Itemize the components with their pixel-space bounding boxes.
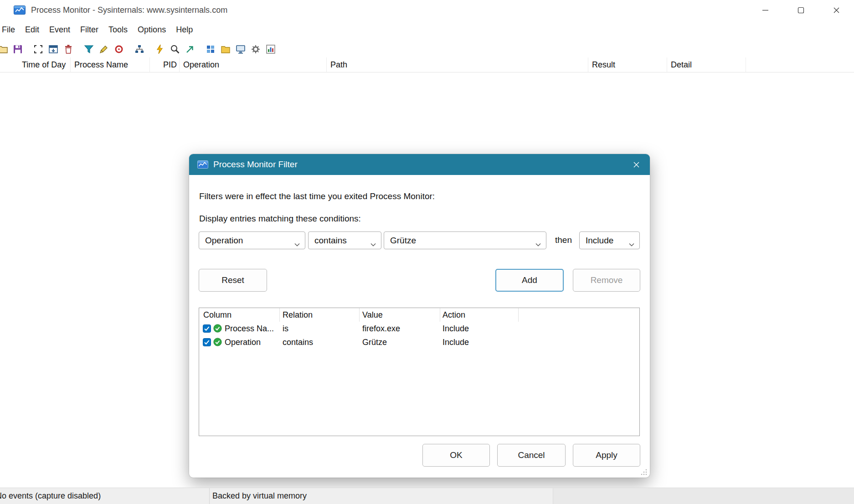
chevron-down-icon[interactable] [535,239,541,249]
find-icon[interactable] [170,44,180,55]
include-process-icon[interactable] [113,44,124,55]
rule-checkbox-checked[interactable] [203,338,211,346]
then-label: then [555,235,572,245]
open-file-icon[interactable] [0,44,8,55]
dialog-intro-text: Filters were in effect the last time you… [199,191,435,201]
capture-icon[interactable] [33,44,44,55]
reset-button[interactable]: Reset [199,269,267,292]
rule-action-cell: Include [442,335,515,349]
highlight-icon[interactable] [98,44,109,55]
menu-options[interactable]: Options [133,22,171,37]
filter-col-header-relation[interactable]: Relation [283,308,313,322]
dialog-title: Process Monitor Filter [213,159,298,170]
menu-bar: File Edit Event Filter Tools Options Hel… [0,20,854,39]
column-header-result[interactable]: Result [588,57,667,72]
status-events-text: No events (capture disabled) [0,491,101,501]
column-header-time-of-day[interactable]: Time of Day [0,57,71,72]
procmon-dialog-icon [197,160,208,169]
close-button[interactable] [818,0,854,20]
include-rule-icon [213,338,222,346]
rule-action-cell: Include [442,322,515,335]
window-controls [747,0,854,20]
menu-event[interactable]: Event [44,22,75,37]
filter-rule-row[interactable]: Process Na... is firefox.exe Include [199,322,639,335]
menu-edit[interactable]: Edit [20,22,44,37]
rule-column-cell: Operation [225,335,278,349]
rule-value-cell: Grütze [362,335,437,349]
filter-rules-table: Column Relation Value Action Process Na.… [199,308,640,436]
column-header-operation[interactable]: Operation [180,57,327,72]
filter-col-header-action[interactable]: Action [442,308,465,322]
dialog-title-bar: Process Monitor Filter [189,154,650,175]
menu-filter[interactable]: Filter [75,22,103,37]
process-monitor-filter-dialog: Process Monitor Filter Filters were in e… [189,154,650,478]
status-events-section: No events (capture disabled) [0,488,209,504]
registry-activity-icon[interactable] [205,44,216,55]
status-memory-text: Backed by virtual memory [212,491,307,501]
remove-button[interactable]: Remove [573,269,640,292]
filter-value-input[interactable] [384,232,521,249]
filter-relation-select[interactable]: contains [308,231,381,249]
profiling-events-icon[interactable] [265,44,276,55]
filter-column-select[interactable]: Operation [199,231,305,249]
process-monitor-window: { "colors": { "dialog_titlebar": "#217c9… [0,0,854,504]
filter-icon[interactable] [83,44,94,55]
include-rule-icon [213,324,222,333]
clear-icon[interactable] [63,44,74,55]
menu-help[interactable]: Help [171,22,198,37]
filter-action-value: Include [586,236,613,246]
column-header-process-name[interactable]: Process Name [71,57,150,72]
menu-file[interactable]: File [0,22,20,37]
file-system-activity-icon[interactable] [220,44,231,55]
maximize-button[interactable] [783,0,818,20]
filter-relation-value: contains [314,236,347,246]
column-header-path[interactable]: Path [327,57,588,72]
filter-value-combobox[interactable] [384,231,546,249]
status-memory-section: Backed by virtual memory [210,488,553,504]
autoscroll-icon[interactable] [48,44,59,55]
column-header-pid[interactable]: PID [150,57,180,72]
status-bar: No events (capture disabled) Backed by v… [0,488,854,504]
filter-col-header-column[interactable]: Column [203,308,232,322]
procmon-app-icon [14,5,26,15]
toolbar [0,41,280,57]
add-button[interactable]: Add [495,269,564,292]
process-thread-activity-icon[interactable] [250,44,261,55]
process-tree-icon[interactable] [134,44,145,55]
save-icon[interactable] [12,44,23,55]
rule-checkbox-checked[interactable] [203,324,211,333]
status-empty-section [553,488,854,504]
chevron-down-icon [629,239,634,249]
filter-table-header: Column Relation Value Action [199,308,639,322]
chevron-down-icon [294,239,300,249]
rule-value-cell: firefox.exe [362,322,437,335]
cancel-button[interactable]: Cancel [497,444,566,467]
dialog-conditions-label: Display entries matching these condition… [199,214,361,224]
filter-column-value: Operation [205,236,243,246]
dialog-close-icon[interactable] [626,155,646,174]
rule-relation-cell: contains [283,335,358,349]
filter-col-header-value[interactable]: Value [362,308,383,322]
apply-button[interactable]: Apply [573,444,640,467]
column-header-detail[interactable]: Detail [667,57,746,72]
network-activity-icon[interactable] [235,44,246,55]
ok-button[interactable]: OK [422,444,490,467]
resize-grip[interactable] [640,468,648,476]
window-title: Process Monitor - Sysinternals: www.sysi… [31,5,227,15]
rule-relation-cell: is [283,322,358,335]
jump-to-icon[interactable] [185,44,195,55]
filter-rule-row[interactable]: Operation contains Grütze Include [199,335,639,349]
rule-column-cell: Process Na... [225,322,278,335]
boot-logging-icon[interactable] [154,44,165,55]
minimize-button[interactable] [747,0,783,20]
event-list-header: Time of Day Process Name PID Operation P… [0,57,854,72]
chevron-down-icon [370,239,376,249]
menu-tools[interactable]: Tools [103,22,133,37]
filter-action-select[interactable]: Include [579,231,640,249]
title-bar: Process Monitor - Sysinternals: www.sysi… [0,0,854,20]
